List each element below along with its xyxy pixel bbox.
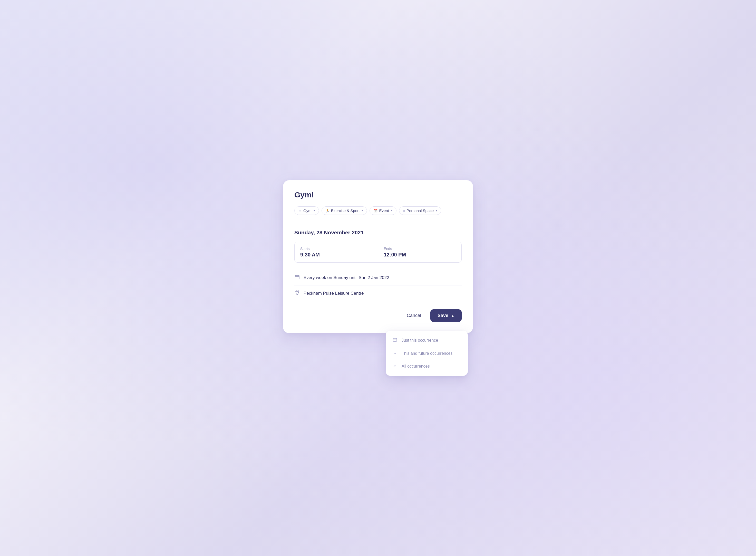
save-button[interactable]: Save ▲ — [430, 309, 462, 322]
location-icon — [294, 290, 300, 297]
tag-personal-space-label: Personal Space — [406, 208, 434, 213]
recurrence-icon — [294, 275, 300, 281]
personal-space-icon: ○ — [403, 209, 405, 213]
tag-exercise-label: Exercise & Sport — [331, 208, 360, 213]
date-section: Sunday, 28 November 2021 — [294, 230, 462, 236]
save-dropdown-menu: Just this occurrence → This and future o… — [386, 331, 468, 376]
svg-rect-0 — [295, 275, 299, 279]
main-container: Gym! ↔ Gym ▾ 🏃 Exercise & Sport ▾ 📅 Even… — [283, 180, 473, 376]
future-occurrences-icon: → — [392, 351, 397, 356]
tag-gym-label: Gym — [303, 208, 312, 213]
tag-gym[interactable]: ↔ Gym ▾ — [294, 206, 319, 215]
event-icon: 📅 — [373, 209, 377, 213]
starts-label: Starts — [300, 247, 372, 251]
all-occurrences-label: All occurrences — [402, 364, 430, 369]
ends-label: Ends — [384, 247, 456, 251]
personal-space-arrow-icon: ▾ — [436, 209, 437, 212]
dropdown-item-future-occurrences[interactable]: → This and future occurrences — [386, 347, 468, 360]
event-date: Sunday, 28 November 2021 — [294, 230, 364, 235]
gym-arrow-icon: ▾ — [314, 209, 315, 212]
dropdown-item-all-occurrences[interactable]: ∞ All occurrences — [386, 360, 468, 373]
time-row: Starts 9:30 AM Ends 12:00 PM — [294, 242, 462, 263]
recurrence-text: Every week on Sunday until Sun 2 Jan 202… — [303, 275, 389, 280]
all-occurrences-icon: ∞ — [392, 364, 397, 369]
event-arrow-icon: ▾ — [391, 209, 393, 212]
svg-point-4 — [297, 291, 298, 292]
recurrence-row: Every week on Sunday until Sun 2 Jan 202… — [294, 270, 462, 285]
tag-row: ↔ Gym ▾ 🏃 Exercise & Sport ▾ 📅 Event ▾ ○… — [294, 206, 462, 215]
exercise-icon: 🏃 — [325, 209, 329, 213]
event-title: Gym! — [294, 190, 462, 199]
tag-event[interactable]: 📅 Event ▾ — [369, 206, 396, 215]
location-text: Peckham Pulse Leisure Centre — [303, 291, 364, 296]
tag-exercise[interactable]: 🏃 Exercise & Sport ▾ — [322, 206, 367, 215]
event-card: Gym! ↔ Gym ▾ 🏃 Exercise & Sport ▾ 📅 Even… — [283, 180, 473, 333]
tag-personal-space[interactable]: ○ Personal Space ▾ — [399, 206, 441, 215]
gym-icon: ↔ — [298, 209, 302, 213]
location-row: Peckham Pulse Leisure Centre — [294, 285, 462, 301]
start-time-block[interactable]: Starts 9:30 AM — [295, 242, 378, 262]
end-time-value: 12:00 PM — [384, 252, 456, 258]
future-occurrences-label: This and future occurrences — [402, 351, 453, 356]
svg-rect-5 — [393, 338, 397, 341]
cancel-button[interactable]: Cancel — [402, 310, 426, 321]
end-time-block[interactable]: Ends 12:00 PM — [378, 242, 462, 262]
start-time-value: 9:30 AM — [300, 252, 372, 258]
tag-event-label: Event — [379, 208, 389, 213]
this-occurrence-label: Just this occurrence — [402, 338, 438, 343]
dropdown-item-this-occurrence[interactable]: Just this occurrence — [386, 334, 468, 347]
divider-top — [294, 223, 462, 223]
action-row: Cancel Save ▲ — [294, 309, 462, 322]
save-label: Save — [437, 313, 448, 318]
save-chevron-icon: ▲ — [451, 314, 455, 318]
exercise-arrow-icon: ▾ — [362, 209, 363, 212]
this-occurrence-icon — [392, 338, 397, 343]
